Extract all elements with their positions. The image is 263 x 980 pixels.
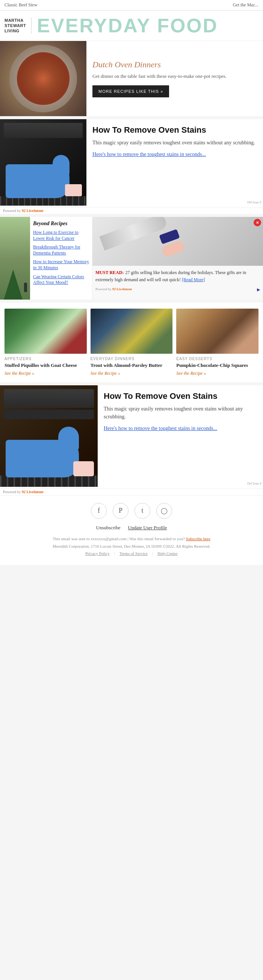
footer-info: This email was sent to xxxxxxx@gmail.com… bbox=[8, 535, 255, 557]
mixed-row: Beyond Recipes How Long to Exercise to L… bbox=[0, 217, 263, 300]
ad1-content: How To Remove Oven Stains This magic spr… bbox=[86, 119, 263, 205]
ad2-image bbox=[0, 385, 98, 487]
hero-title: Dutch Oven Dinners bbox=[92, 60, 257, 70]
hero-description: Get dinner on the table fast with these … bbox=[92, 73, 257, 80]
footer: f P t ◯ Unsubscribe Update User Profile … bbox=[0, 495, 263, 565]
read-more-link[interactable]: [Read More] bbox=[182, 277, 205, 282]
beyond-title: Beyond Recipes bbox=[33, 221, 89, 227]
terms-link[interactable]: Terms of Service bbox=[119, 550, 148, 557]
must-read-label: MUST READ: bbox=[95, 270, 124, 275]
ad2-badge: DrClean S bbox=[247, 482, 261, 485]
ad-banner-powered: Powered by 92 LiveIntent ▶ bbox=[92, 286, 263, 292]
ad1-badge: DrClean S bbox=[247, 200, 261, 204]
brand-msl: MARTHA STEWART LIVING bbox=[5, 18, 32, 34]
update-profile-link[interactable]: Update User Profile bbox=[128, 525, 167, 531]
twitter-icon[interactable]: t bbox=[135, 503, 150, 519]
ad2-content: How To Remove Oven Stains This magic spr… bbox=[98, 385, 263, 487]
top-bar-left-link[interactable]: Classic Beef Stew bbox=[5, 2, 37, 8]
beyond-links: Beyond Recipes How Long to Exercise to L… bbox=[30, 217, 92, 300]
ad1-powered-logo: 92 LiveIntent bbox=[22, 208, 44, 213]
separator-2: | bbox=[152, 550, 153, 557]
recipe-name-2: Pumpkin-Chocolate-Chip Squares bbox=[176, 363, 258, 369]
recipes-section: APPETIZERS Stuffed Piquillos with Goat C… bbox=[0, 302, 263, 382]
brand-everyday-food: EVERYDAY FOOD bbox=[37, 14, 218, 37]
beyond-link-1[interactable]: Breakthrough Therapy for Dementia Patien… bbox=[33, 244, 89, 256]
footer-info-line1: This email was sent to xxxxxxx@gmail.com… bbox=[8, 535, 255, 543]
recipes-grid: APPETIZERS Stuffed Piquillos with Goat C… bbox=[5, 309, 258, 376]
recipe-image-2 bbox=[176, 309, 258, 354]
hero-cta-button[interactable]: MORE RECIPES LIKE THIS » bbox=[92, 85, 169, 97]
ad1-description: This magic spray easily removes toughest… bbox=[92, 139, 257, 146]
beyond-recipes-section: Beyond Recipes How Long to Exercise to L… bbox=[0, 217, 92, 300]
ad2-powered-bar: Powered by 92 LiveIntent bbox=[0, 488, 263, 495]
unsubscribe-link[interactable]: Unsubscribe bbox=[96, 525, 120, 531]
separator-1: | bbox=[114, 550, 115, 557]
recipe-image-0 bbox=[5, 309, 87, 354]
ad1-powered-bar: Powered by 92 LiveIntent bbox=[0, 207, 263, 214]
ad2-link[interactable]: Here's how to remove the toughest stains… bbox=[104, 425, 257, 433]
recipe-category-2: EASY DESSERTS bbox=[176, 357, 258, 361]
recipe-link-2[interactable]: See the Recipe » bbox=[176, 371, 258, 376]
beyond-link-2[interactable]: How to Increase Your Memory in 30 Minute… bbox=[33, 259, 89, 270]
hero-image bbox=[0, 41, 86, 116]
recipe-card-2: EASY DESSERTS Pumpkin-Chocolate-Chip Squ… bbox=[176, 309, 258, 376]
beyond-image bbox=[0, 217, 30, 300]
ad-section-1: How To Remove Oven Stains This magic spr… bbox=[0, 119, 263, 205]
social-icons: f P t ◯ bbox=[8, 503, 255, 519]
beyond-link-0[interactable]: How Long to Exercise to Lower Risk for C… bbox=[33, 230, 89, 241]
ad1-link[interactable]: Here's how to remove the toughest stains… bbox=[92, 150, 257, 159]
ad2-powered-logo: 92 LiveIntent bbox=[22, 490, 44, 494]
footer-policy-links: Privacy Policy | Terms of Service | Help… bbox=[8, 550, 255, 557]
mixed-row-wrapper: Beyond Recipes How Long to Exercise to L… bbox=[0, 217, 263, 300]
hero-content: Dutch Oven Dinners Get dinner on the tab… bbox=[86, 41, 263, 116]
recipe-name-1: Trout with Almond-Parsley Butter bbox=[90, 363, 173, 369]
top-bar: Classic Beef Stew Get the Mac... bbox=[0, 0, 263, 11]
beyond-link-3[interactable]: Can Wearing Certain Colors Affect Your M… bbox=[33, 274, 89, 286]
recipe-card-1: EVERYDAY DINNERS Trout with Almond-Parsl… bbox=[90, 309, 173, 376]
pinterest-icon[interactable]: P bbox=[113, 503, 128, 519]
footer-info-line2: Meredith Corporation, 1716 Locust Street… bbox=[8, 543, 255, 550]
facebook-icon[interactable]: f bbox=[91, 503, 107, 519]
ad-section-2: How To Remove Oven Stains This magic spr… bbox=[0, 385, 263, 487]
ad-delta-icon: ▶ bbox=[257, 287, 260, 292]
ad2-description: This magic spray easily removes toughest… bbox=[104, 405, 257, 421]
recipe-category-1: EVERYDAY DINNERS bbox=[90, 357, 173, 361]
recipe-link-1[interactable]: See the Recipe » bbox=[90, 371, 173, 376]
help-link[interactable]: Help Center bbox=[157, 550, 177, 557]
ad-section-1-wrapper: How To Remove Oven Stains This magic spr… bbox=[0, 119, 263, 214]
top-bar-right-link[interactable]: Get the Mac... bbox=[233, 2, 258, 8]
ad-banner-text: MUST READ: 27 gifts selling like hotcake… bbox=[92, 266, 263, 286]
ad2-title: How To Remove Oven Stains bbox=[104, 391, 257, 401]
instagram-icon[interactable]: ◯ bbox=[156, 503, 172, 519]
recipe-card-0: APPETIZERS Stuffed Piquillos with Goat C… bbox=[5, 309, 87, 376]
site-header: MARTHA STEWART LIVING EVERYDAY FOOD bbox=[0, 11, 263, 41]
recipe-category-0: APPETIZERS bbox=[5, 357, 87, 361]
recipe-link-0[interactable]: See the Recipe » bbox=[5, 371, 87, 376]
footer-links: Unsubscribe Update User Profile bbox=[8, 525, 255, 531]
hero-section: Dutch Oven Dinners Get dinner on the tab… bbox=[0, 41, 263, 116]
ad1-title: How To Remove Oven Stains bbox=[92, 125, 257, 135]
ad-banner-powered-logo: 92 LiveIntent bbox=[112, 287, 132, 291]
ad1-image bbox=[0, 119, 86, 205]
knife-image: ✕ bbox=[92, 217, 263, 266]
privacy-policy-link[interactable]: Privacy Policy bbox=[85, 550, 109, 557]
ad-banner: ✕ MUST READ: 27 gifts selling like hotca… bbox=[92, 217, 263, 300]
footer-subscribe-link[interactable]: Subscribe here bbox=[186, 536, 211, 541]
ad-section-2-wrapper: How To Remove Oven Stains This magic spr… bbox=[0, 385, 263, 495]
recipe-image-1 bbox=[90, 309, 173, 354]
recipe-name-0: Stuffed Piquillos with Goat Cheese bbox=[5, 363, 87, 369]
